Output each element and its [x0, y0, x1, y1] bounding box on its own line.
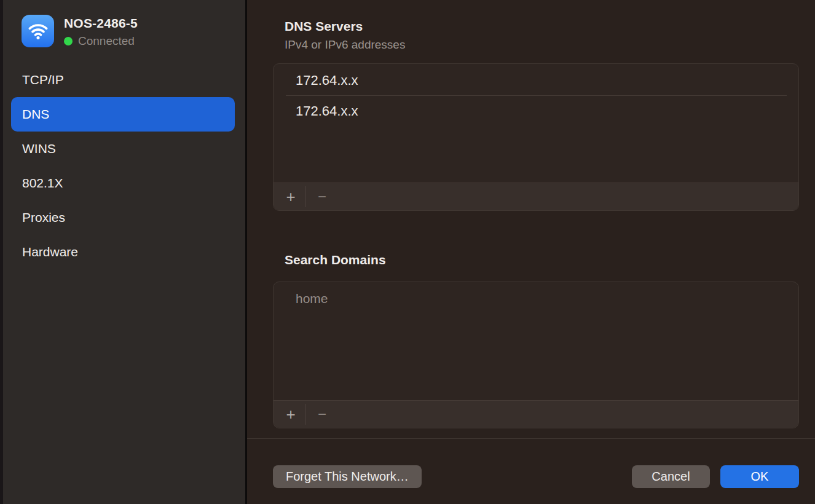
remove-search-domain-button[interactable]: −: [312, 404, 333, 424]
add-dns-server-button[interactable]: +: [280, 187, 301, 207]
cancel-button[interactable]: Cancel: [632, 465, 710, 488]
search-domains-list-toolbar: + −: [274, 400, 798, 428]
ok-button[interactable]: OK: [720, 465, 799, 488]
dns-servers-subtitle: IPv4 or IPv6 addresses: [273, 38, 799, 52]
network-name: NOS-2486-5: [64, 16, 138, 31]
toolbar-separator: [305, 186, 306, 207]
sidebar-item-hardware[interactable]: Hardware: [11, 235, 235, 269]
add-search-domain-button[interactable]: +: [280, 404, 301, 424]
action-bar: Forget This Network… Cancel OK: [273, 465, 799, 488]
sidebar-item-dns[interactable]: DNS: [11, 97, 235, 132]
footer-divider: [247, 438, 815, 439]
network-header: NOS-2486-5 Connected: [3, 15, 245, 48]
dns-server-entry[interactable]: 172.64.x.x: [274, 96, 798, 126]
connected-status-dot: [64, 37, 73, 45]
forget-network-button[interactable]: Forget This Network…: [273, 465, 422, 488]
settings-nav: TCP/IP DNS WINS 802.1X Proxies Hardware: [3, 63, 245, 269]
dns-settings-panel: DNS Servers IPv4 or IPv6 addresses 172.6…: [247, 0, 815, 504]
wifi-icon: [22, 15, 54, 47]
sidebar-item-proxies[interactable]: Proxies: [11, 200, 235, 235]
sidebar-item-8021x[interactable]: 802.1X: [11, 166, 235, 200]
search-domains-title: Search Domains: [273, 253, 799, 267]
remove-dns-server-button[interactable]: −: [312, 187, 333, 207]
dns-server-entry[interactable]: 172.64.x.x: [274, 65, 798, 95]
sidebar-item-wins[interactable]: WINS: [11, 132, 235, 166]
dns-servers-list-toolbar: + −: [274, 183, 798, 210]
dns-servers-title: DNS Servers: [273, 19, 799, 34]
network-details-sidebar: NOS-2486-5 Connected TCP/IP DNS WINS 802…: [0, 0, 247, 504]
search-domains-list-box: home + −: [273, 282, 799, 428]
dns-servers-list-box: 172.64.x.x 172.64.x.x + −: [273, 63, 799, 211]
connection-status-label: Connected: [78, 34, 135, 48]
search-domain-entry[interactable]: home: [274, 283, 798, 313]
connection-status: Connected: [64, 34, 138, 48]
sidebar-item-tcpip[interactable]: TCP/IP: [11, 63, 235, 97]
toolbar-separator: [305, 404, 306, 425]
